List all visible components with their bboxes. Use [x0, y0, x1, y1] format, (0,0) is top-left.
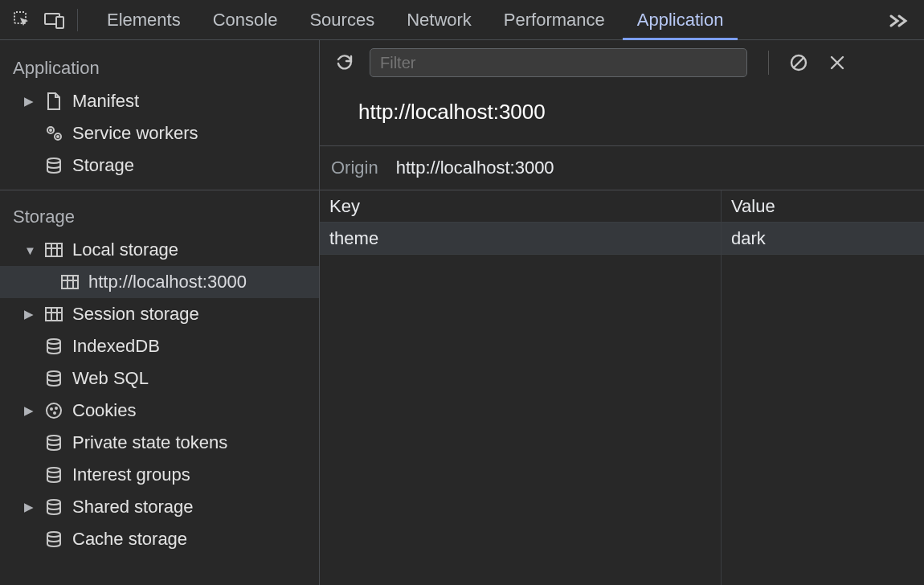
sidebar-item-indexeddb[interactable]: IndexedDB	[0, 330, 319, 362]
sidebar-divider	[0, 190, 319, 190]
svg-point-7	[47, 158, 60, 163]
tab-application[interactable]: Application	[623, 0, 738, 40]
cell-value[interactable]: dark	[722, 223, 924, 254]
filter-input[interactable]	[370, 48, 747, 77]
devtools-tabbar: Elements Console Sources Network Perform…	[0, 0, 924, 40]
separator	[768, 51, 769, 75]
sidebar-item-local-storage-origin[interactable]: http://localhost:3000	[0, 266, 319, 298]
origin-value: http://localhost:3000	[396, 158, 554, 178]
sidebar-item-label: http://localhost:3000	[88, 272, 247, 292]
tab-console[interactable]: Console	[198, 0, 292, 40]
sidebar-item-label: IndexedDB	[72, 336, 160, 357]
tab-elements[interactable]: Elements	[92, 0, 195, 40]
svg-point-18	[47, 468, 60, 472]
origin-label: Origin	[331, 158, 378, 178]
cookie-icon	[43, 400, 64, 421]
sidebar-item-label: Local storage	[72, 239, 178, 260]
sidebar-item-label: Web SQL	[72, 368, 149, 389]
sidebar-item-label: Storage	[72, 155, 134, 176]
svg-point-15	[55, 407, 57, 409]
refresh-icon[interactable]	[331, 49, 358, 76]
sidebar-item-cookies[interactable]: ▶ Cookies	[0, 395, 319, 427]
svg-point-11	[47, 339, 60, 344]
database-icon	[43, 464, 64, 485]
tab-network[interactable]: Network	[392, 0, 486, 40]
clear-all-icon[interactable]	[785, 49, 812, 76]
table-icon	[43, 304, 64, 325]
sidebar-section-application: Application	[0, 51, 319, 85]
database-icon	[43, 432, 64, 453]
inspect-element-icon[interactable]	[8, 6, 37, 35]
database-icon	[43, 155, 64, 176]
sidebar-item-label: Cookies	[72, 400, 136, 421]
svg-rect-9	[62, 276, 78, 288]
sidebar-item-interest-groups[interactable]: Interest groups	[0, 459, 319, 491]
table-header: Key Value	[320, 190, 924, 223]
svg-rect-2	[56, 17, 63, 28]
svg-point-14	[51, 408, 52, 410]
svg-point-16	[54, 412, 55, 414]
database-icon	[43, 368, 64, 389]
sidebar-item-label: Shared storage	[72, 497, 193, 518]
table-row[interactable]: theme dark	[320, 223, 924, 255]
svg-point-17	[47, 436, 60, 440]
origin-url: http://localhost:3000	[320, 85, 924, 145]
tab-performance[interactable]: Performance	[489, 0, 619, 40]
sidebar-item-label: Manifest	[72, 91, 139, 112]
sidebar-item-private-state-tokens[interactable]: Private state tokens	[0, 427, 319, 459]
svg-point-12	[47, 371, 60, 376]
sidebar-item-storage-top[interactable]: Storage	[0, 149, 319, 182]
separator	[77, 9, 78, 31]
svg-point-20	[47, 532, 60, 537]
tab-sources[interactable]: Sources	[295, 0, 389, 40]
document-icon	[43, 91, 64, 112]
svg-rect-10	[46, 308, 62, 321]
svg-rect-8	[46, 243, 62, 256]
column-value[interactable]: Value	[722, 190, 924, 222]
gears-icon	[43, 123, 64, 144]
svg-point-4	[50, 129, 51, 131]
sidebar-item-cache-storage[interactable]: Cache storage	[0, 523, 319, 555]
database-icon	[43, 529, 64, 550]
sidebar-section-storage: Storage	[0, 200, 319, 234]
sidebar-item-manifest[interactable]: ▶ Manifest	[0, 85, 319, 117]
table-icon	[59, 272, 80, 292]
close-icon[interactable]	[824, 49, 851, 76]
sidebar-item-label: Service workers	[72, 123, 198, 144]
more-tabs-icon[interactable]	[879, 11, 916, 29]
sidebar-item-local-storage[interactable]: ▼ Local storage	[0, 234, 319, 266]
table-icon	[43, 239, 64, 260]
sidebar-item-label: Cache storage	[72, 529, 187, 550]
device-toolbar-icon[interactable]	[40, 6, 69, 35]
sidebar-item-label: Session storage	[72, 304, 199, 325]
application-sidebar: Application ▶ Manifest Service workers	[0, 40, 320, 585]
storage-main-panel: http://localhost:3000 Origin http://loca…	[320, 40, 924, 585]
database-icon	[43, 336, 64, 357]
origin-meta: Origin http://localhost:3000	[320, 145, 924, 190]
svg-point-6	[57, 136, 59, 137]
sidebar-item-service-workers[interactable]: Service workers	[0, 117, 319, 149]
column-key[interactable]: Key	[320, 190, 722, 222]
sidebar-item-label: Private state tokens	[72, 432, 227, 453]
storage-toolbar	[320, 40, 924, 85]
sidebar-item-session-storage[interactable]: ▶ Session storage	[0, 298, 319, 330]
svg-point-19	[47, 500, 60, 505]
sidebar-item-shared-storage[interactable]: ▶ Shared storage	[0, 491, 319, 523]
storage-table: Key Value theme dark	[320, 190, 924, 255]
database-icon	[43, 497, 64, 518]
svg-point-13	[47, 403, 61, 418]
cell-key[interactable]: theme	[320, 223, 722, 254]
table-empty-area	[320, 255, 924, 585]
sidebar-item-websql[interactable]: Web SQL	[0, 362, 319, 395]
sidebar-item-label: Interest groups	[72, 464, 190, 485]
